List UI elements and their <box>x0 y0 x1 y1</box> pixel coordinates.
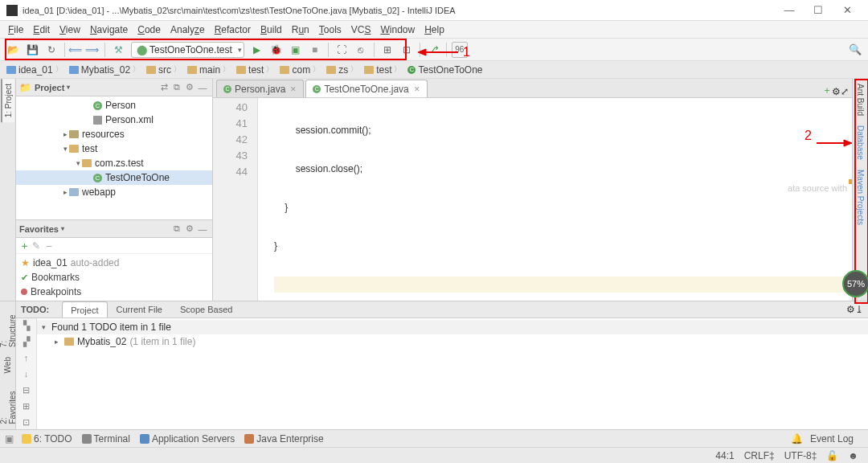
save-icon[interactable]: 💾 <box>24 42 40 58</box>
run-icon[interactable]: ▶ <box>249 42 265 58</box>
open-icon[interactable]: 📂 <box>5 42 21 58</box>
menu-navigate[interactable]: Navigate <box>85 23 133 37</box>
tab-project[interactable]: 1: Project <box>1 79 14 122</box>
tab-maven[interactable]: Maven Projects <box>854 165 866 230</box>
bc-main[interactable]: main〉 <box>186 64 233 76</box>
autoscroll-icon[interactable]: ⇄ <box>158 81 170 94</box>
todo-filter2-icon[interactable]: ⊞ <box>19 401 34 416</box>
close-tab-icon[interactable]: ✕ <box>290 85 297 93</box>
bc-test[interactable]: test〉 <box>235 64 276 76</box>
menu-run[interactable]: Run <box>287 23 314 37</box>
menu-refactor[interactable]: Refactor <box>210 23 256 37</box>
todo-tab-scope[interactable]: Scope Based <box>171 301 241 318</box>
hide-icon[interactable]: — <box>196 81 209 94</box>
close-tab-icon[interactable]: ✕ <box>414 85 420 93</box>
bc-project[interactable]: idea_01〉 <box>5 64 66 76</box>
menu-window[interactable]: Window <box>375 23 420 37</box>
ed-more-icon[interactable]: ⤢ <box>841 86 849 97</box>
menu-build[interactable]: Build <box>256 23 287 37</box>
caret-position[interactable]: 44:1 <box>715 450 734 461</box>
code-content[interactable]: session.commit(); session.close(); } } a… <box>258 98 852 301</box>
todo-tab-project[interactable]: Project <box>62 301 107 318</box>
bc-zs[interactable]: zs〉 <box>325 64 361 76</box>
menu-help[interactable]: Help <box>420 23 449 37</box>
fav-item-idea[interactable]: ★idea_01auto-added <box>16 256 212 270</box>
project-panel: 📁 Project ⇄ ⧉ ⚙ — CPerson Person.xml ▸re… <box>16 79 213 301</box>
refresh-icon[interactable]: ↻ <box>43 42 59 58</box>
todo-expand-icon[interactable]: ▚ <box>19 321 34 335</box>
ed-gear-icon[interactable]: ⚙ <box>832 86 841 97</box>
project-panel-title[interactable]: Project <box>35 83 158 92</box>
btn-java-ee[interactable]: Java Enterprise <box>244 433 323 445</box>
hector-icon[interactable]: ☻ <box>848 450 858 461</box>
ed-add-icon[interactable]: ＋ <box>822 84 832 97</box>
tab-database[interactable]: Database <box>854 121 866 165</box>
right-tool-stripe: 2 Ant Build Database Maven Projects 57% <box>852 79 868 301</box>
todo-tab-current[interactable]: Current File <box>108 301 171 318</box>
tab-ant-build[interactable]: Ant Build <box>854 79 866 121</box>
tool-window-icon[interactable]: ▣ <box>5 433 14 445</box>
fav-edit-icon[interactable]: ✎ <box>30 240 43 252</box>
debug-icon[interactable]: 🐞 <box>268 42 285 58</box>
fav-item-bookmarks[interactable]: ✔Bookmarks <box>16 270 212 285</box>
build-icon[interactable]: ⚒ <box>110 42 126 58</box>
todo-collapse2-icon[interactable]: ▞ <box>19 337 34 351</box>
todo-down-icon[interactable]: ↓ <box>19 369 34 383</box>
fav-collapse-icon[interactable]: ⧉ <box>170 223 183 236</box>
todo-up-icon[interactable]: ↑ <box>19 353 34 367</box>
todo-filter1-icon[interactable]: ⊟ <box>19 385 34 399</box>
code-editor[interactable]: 40 41 42 43 44 session.commit(); session… <box>213 98 852 301</box>
menu-edit[interactable]: Edit <box>28 23 55 37</box>
tab-web[interactable]: Web <box>2 352 14 378</box>
bc-module[interactable]: Mybatis_02〉 <box>68 64 143 76</box>
tab-structure[interactable]: 7: Structure <box>0 301 18 352</box>
gear-icon[interactable]: ⚙ <box>183 81 196 94</box>
minimize-button[interactable]: — <box>775 2 804 19</box>
editor-tabs: CPerson.java✕ CTestOneToOne.java✕ ＋ ⚙ ⤢ <box>213 79 852 98</box>
menu-code[interactable]: Code <box>133 23 166 37</box>
redo-icon[interactable]: ⟹ <box>84 42 100 58</box>
editor-tab-test[interactable]: CTestOneToOne.java✕ <box>305 80 427 97</box>
project-tree[interactable]: CPerson Person.xml ▸resources ▾test ▾com… <box>16 96 212 219</box>
left-tool-stripe-lower: 7: Structure Web 2: Favorites <box>0 301 16 429</box>
tab-favorites[interactable]: 2: Favorites <box>0 378 18 429</box>
bc-src[interactable]: src〉 <box>145 64 184 76</box>
todo-gear-icon[interactable]: ⚙ <box>846 304 855 315</box>
svg-marker-1 <box>418 49 426 55</box>
fav-hide-icon[interactable]: — <box>196 223 209 236</box>
search-icon[interactable]: 🔍 <box>847 42 863 58</box>
search-all-icon[interactable]: ⊡ <box>399 42 415 58</box>
bc-class[interactable]: CTestOneToOne <box>406 64 485 76</box>
fav-item-breakpoints[interactable]: Breakpoints <box>16 285 212 299</box>
btn-todo[interactable]: 6: TODO <box>22 433 72 445</box>
menu-analyze[interactable]: Analyze <box>166 23 210 37</box>
close-button[interactable]: ✕ <box>833 2 862 19</box>
struct-icon[interactable]: ⊞ <box>379 42 395 58</box>
file-encoding[interactable]: UTF-8‡ <box>784 450 817 461</box>
fav-gear-icon[interactable]: ⚙ <box>183 223 196 236</box>
fav-add-icon[interactable]: ＋ <box>19 239 30 253</box>
menu-file[interactable]: File <box>3 23 28 37</box>
line-separator[interactable]: CRLF‡ <box>744 450 775 461</box>
event-log-button[interactable]: 🔔 Event Log <box>791 433 858 445</box>
undo-icon[interactable]: ⟸ <box>68 44 82 55</box>
maximize-button[interactable]: ☐ <box>804 2 833 19</box>
attach-icon[interactable]: ⎋ <box>353 42 369 58</box>
lock-icon[interactable]: 🔓 <box>826 450 838 461</box>
menu-view[interactable]: View <box>55 23 85 37</box>
menu-tools[interactable]: Tools <box>314 23 346 37</box>
todo-hide-icon[interactable]: ⥕ <box>855 304 863 315</box>
profile-icon[interactable]: ⛶ <box>334 42 350 58</box>
menu-vcs[interactable]: VCS <box>346 23 376 37</box>
btn-terminal[interactable]: Terminal <box>82 433 130 445</box>
fav-remove-icon[interactable]: – <box>43 240 55 252</box>
btn-appservers[interactable]: Application Servers <box>140 433 235 445</box>
collapse-icon[interactable]: ⧉ <box>170 81 183 94</box>
bottom-tool-bar: ▣ 6: TODO Terminal Application Servers J… <box>0 429 868 447</box>
bc-com[interactable]: com〉 <box>278 64 323 76</box>
stop-icon[interactable]: ■ <box>307 42 323 58</box>
run-config-combo[interactable]: ⬤ TestOneToOne.test <box>131 42 244 58</box>
editor-tab-person[interactable]: CPerson.java✕ <box>216 80 304 97</box>
coverage-icon[interactable]: ▣ <box>288 42 304 58</box>
bc-test2[interactable]: test〉 <box>362 64 404 76</box>
